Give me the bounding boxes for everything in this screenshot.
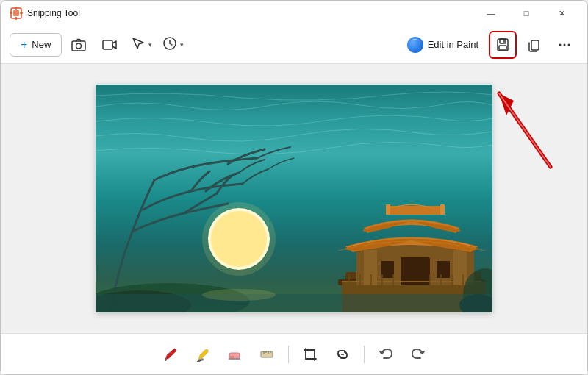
highlighter-tool-button[interactable]	[188, 340, 216, 368]
highlighter-icon	[194, 346, 210, 362]
title-bar-left: Snipping Tool	[10, 7, 80, 20]
svg-marker-52	[499, 93, 514, 115]
selection-dropdown-arrow: ▾	[147, 37, 155, 53]
bottom-toolbar	[1, 333, 587, 374]
screenshot-canvas	[96, 85, 492, 312]
redo-icon	[410, 346, 426, 362]
svg-rect-12	[499, 46, 506, 50]
eraser-icon	[226, 346, 243, 362]
link-tool-button[interactable]	[329, 340, 356, 368]
snipping-tool-window: Snipping Tool — □ ✕ + New	[0, 0, 588, 375]
svg-point-15	[559, 43, 562, 46]
redo-button[interactable]	[404, 340, 432, 368]
undo-icon	[378, 346, 394, 362]
minimize-button[interactable]: —	[474, 2, 508, 24]
title-bar: Snipping Tool — □ ✕	[1, 1, 587, 26]
copy-icon	[526, 38, 541, 52]
ruler-icon	[259, 346, 275, 362]
svg-point-7	[76, 43, 82, 49]
content-area	[1, 64, 587, 333]
delay-dropdown[interactable]: ▾	[158, 32, 187, 58]
bottom-separator-1	[288, 346, 289, 363]
eraser-tool-button[interactable]	[220, 340, 248, 368]
svg-rect-8	[103, 40, 112, 49]
pen-icon	[162, 346, 178, 362]
crop-tool-button[interactable]	[296, 340, 324, 368]
main-toolbar: + New ▾	[1, 26, 587, 64]
svg-line-53	[499, 93, 551, 167]
undo-button[interactable]	[372, 340, 400, 368]
save-button[interactable]	[489, 31, 517, 59]
svg-line-51	[499, 93, 551, 167]
link-icon	[334, 346, 351, 362]
svg-line-56	[197, 360, 201, 362]
video-icon	[102, 38, 117, 52]
screenshot-mode-button[interactable]	[65, 31, 93, 59]
ruler-tool-button[interactable]	[253, 340, 281, 368]
pen-tool-button[interactable]	[156, 340, 184, 368]
paint-globe-icon	[407, 37, 423, 53]
svg-rect-6	[72, 41, 85, 51]
delay-dropdown-arrow: ▾	[179, 37, 187, 53]
edit-in-paint-label: Edit in Paint	[428, 39, 478, 50]
crop-icon	[302, 346, 318, 362]
window-controls: — □ ✕	[474, 2, 578, 24]
selection-icon	[131, 36, 146, 51]
svg-point-17	[568, 43, 570, 46]
clock-icon	[162, 36, 177, 51]
more-icon	[557, 38, 572, 52]
close-button[interactable]: ✕	[545, 2, 578, 24]
window-title: Snipping Tool	[27, 8, 80, 18]
selection-mode-dropdown[interactable]: ▾	[126, 32, 155, 58]
copy-button[interactable]	[520, 31, 548, 59]
more-options-button[interactable]	[551, 31, 578, 59]
svg-rect-65	[306, 350, 315, 359]
app-icon	[10, 7, 23, 20]
svg-rect-11	[500, 39, 506, 43]
video-mode-button[interactable]	[96, 31, 123, 59]
save-icon	[495, 38, 510, 52]
maximize-button[interactable]: □	[509, 2, 543, 24]
svg-rect-14	[531, 40, 539, 50]
scene-background	[96, 85, 492, 312]
camera-icon	[71, 38, 86, 52]
bottom-separator-2	[364, 346, 365, 363]
delay-icon-part	[158, 32, 179, 58]
svg-rect-60	[261, 351, 273, 357]
svg-rect-1	[13, 10, 19, 16]
new-button[interactable]: + New	[10, 33, 62, 57]
new-label: New	[32, 39, 51, 50]
plus-icon: +	[21, 38, 27, 51]
selection-icon-part	[126, 32, 147, 58]
svg-point-16	[564, 43, 566, 46]
edit-in-paint-button[interactable]: Edit in Paint	[400, 32, 486, 57]
